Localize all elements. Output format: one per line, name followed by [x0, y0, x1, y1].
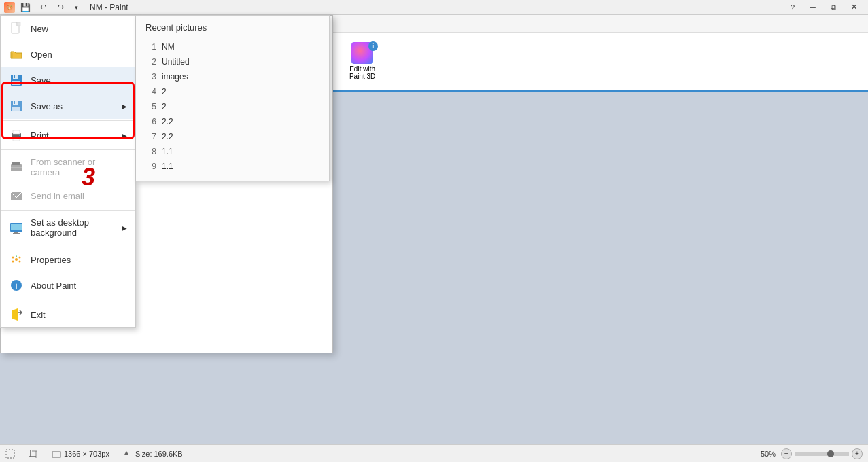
recent-item-9[interactable]: 9 1.1 [145, 159, 319, 174]
menu-save[interactable]: Save [1, 67, 135, 93]
svg-rect-4 [14, 75, 15, 78]
menu-desktop-bg[interactable]: Set as desktop background ▶ [1, 212, 135, 243]
recent-item-3[interactable]: 3 images [145, 69, 319, 84]
recent-item-8[interactable]: 8 1.1 [145, 144, 319, 159]
menu-about[interactable]: i About Paint [1, 272, 135, 298]
recent-item-2[interactable]: 2 Untitled [145, 54, 319, 69]
quick-access-dropdown[interactable]: ▾ [71, 0, 82, 15]
zoom-thumb [827, 450, 834, 457]
divider-4 [1, 245, 135, 245]
menu-properties-label: Properties [31, 255, 71, 265]
menu-scanner: From scanner or camera [1, 152, 135, 183]
menu-new-label: New [31, 24, 48, 34]
zoom-in-btn[interactable]: + [852, 448, 863, 459]
dimensions-text: 1366 × 703px [64, 450, 109, 458]
menu-exit-label: Exit [31, 310, 46, 320]
menu-save-as-label: Save as [31, 101, 63, 111]
svg-point-23 [12, 257, 14, 259]
menu-properties[interactable]: Properties [1, 247, 135, 272]
recent-item-7[interactable]: 7 2.2 [145, 129, 319, 144]
svg-text:i: i [15, 281, 17, 291]
recent-item-4[interactable]: 4 2 [145, 84, 319, 99]
properties-icon [9, 252, 24, 267]
menu-open-label: Open [31, 50, 52, 60]
svg-point-24 [19, 257, 21, 259]
svg-rect-13 [19, 135, 20, 136]
svg-rect-12 [13, 137, 20, 141]
menu-email: Send in email [1, 183, 135, 209]
divider-1 [1, 120, 135, 121]
svg-rect-1 [17, 22, 20, 26]
title-bar-title: NM - Paint [90, 3, 128, 12]
info-bubble-icon: i [368, 41, 378, 51]
recent-list: 1 NM 2 Untitled 3 images 4 2 5 2 6 2.2 [145, 39, 319, 174]
svg-rect-15 [12, 162, 20, 165]
svg-rect-29 [6, 450, 14, 458]
menu-save-label: Save [31, 75, 51, 86]
menu-about-label: About Paint [31, 281, 76, 291]
svg-rect-5 [12, 81, 20, 85]
status-size: Size: 169.6KB [123, 449, 183, 459]
svg-point-26 [19, 261, 21, 263]
edit-paint3d-section: Edit withPaint 3D i [341, 35, 383, 88]
svg-point-22 [15, 258, 18, 261]
svg-point-25 [12, 261, 14, 263]
divider-3 [1, 210, 135, 211]
close-btn[interactable]: ✕ [844, 0, 864, 15]
svg-rect-19 [11, 224, 22, 230]
menu-email-label: Send in email [31, 191, 84, 201]
save-as-icon [9, 99, 24, 113]
recent-item-1[interactable]: 1 NM [145, 39, 319, 54]
app-window: 🎨 💾 ↩ ↪ ▾ NM - Paint ? ─ ⧉ ✕ Home Home V… [0, 0, 868, 462]
recent-title: Recent pictures [145, 22, 319, 33]
scanner-icon [9, 160, 24, 175]
open-icon [9, 47, 24, 62]
menu-save-as[interactable]: Save as ▶ [1, 93, 135, 119]
svg-rect-20 [14, 232, 18, 233]
edit-with-paint3d-btn[interactable]: Edit withPaint 3D i [345, 40, 379, 82]
size-text: Size: 169.6KB [135, 450, 183, 458]
quick-save-btn[interactable]: 💾 [18, 0, 33, 15]
save-icon [9, 73, 24, 88]
status-select-area[interactable] [5, 449, 15, 459]
menu-scanner-label: From scanner or camera [31, 157, 127, 177]
divider-5 [1, 300, 135, 300]
minimize-btn[interactable]: ─ [803, 0, 823, 15]
zoom-level: 50% [761, 450, 776, 458]
menu-print[interactable]: Print ▶ [1, 122, 135, 148]
menu-desktop-bg-label: Set as desktop background [31, 217, 115, 238]
menu-exit[interactable]: Exit [1, 302, 135, 327]
status-dimensions: 1366 × 703px [52, 449, 109, 459]
about-icon: i [9, 278, 24, 293]
menu-open[interactable]: Open [1, 41, 135, 67]
undo-btn[interactable]: ↩ [35, 0, 50, 15]
help-btn[interactable]: ? [782, 0, 803, 15]
menu-print-label: Print [31, 130, 49, 141]
file-menu: New Open Save Save as ▶ [0, 15, 136, 328]
app-icon: 🎨 [4, 2, 15, 13]
zoom-slider[interactable] [795, 452, 849, 456]
title-bar: 🎨 💾 ↩ ↪ ▾ NM - Paint ? ─ ⧉ ✕ [0, 0, 868, 15]
svg-rect-34 [52, 452, 60, 457]
svg-rect-21 [13, 233, 20, 234]
svg-rect-8 [14, 101, 15, 104]
exit-icon [9, 307, 24, 322]
menu-new[interactable]: New [1, 16, 135, 41]
print-arrow: ▶ [122, 132, 127, 139]
zoom-out-btn[interactable]: − [781, 448, 792, 459]
zoom-control: 50% − + [761, 448, 863, 459]
desktop-bg-icon [9, 220, 24, 235]
recent-item-6[interactable]: 6 2.2 [145, 114, 319, 129]
desktop-bg-arrow: ▶ [122, 224, 127, 232]
divider-2 [1, 149, 135, 150]
svg-rect-11 [13, 130, 20, 134]
status-bar: 1366 × 703px Size: 169.6KB 50% − + [0, 444, 868, 462]
redo-btn[interactable]: ↪ [53, 0, 68, 15]
title-bar-left: 🎨 💾 ↩ ↪ ▾ NM - Paint [4, 0, 128, 15]
new-icon [9, 21, 24, 36]
save-as-arrow: ▶ [122, 103, 127, 110]
restore-btn[interactable]: ⧉ [823, 0, 844, 15]
recent-item-5[interactable]: 5 2 [145, 99, 319, 114]
status-crop[interactable] [29, 449, 38, 459]
window-controls: ? ─ ⧉ ✕ [782, 0, 864, 15]
